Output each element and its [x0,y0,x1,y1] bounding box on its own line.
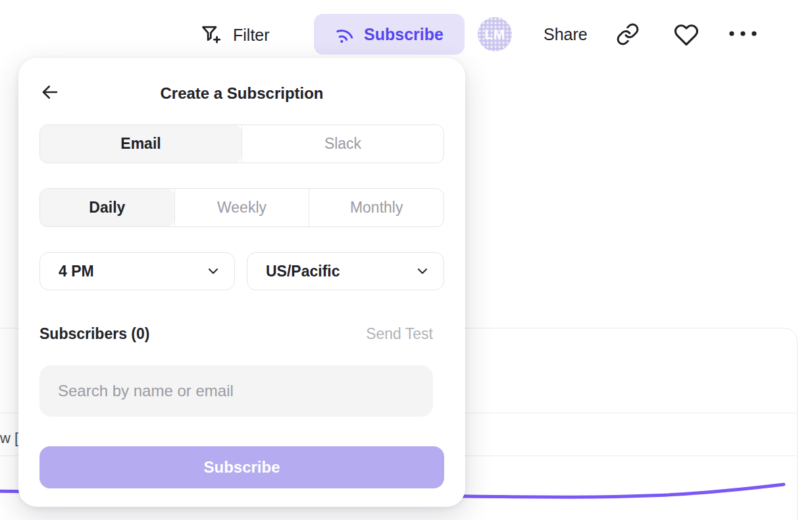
avatar-initials: LM [484,26,505,42]
copy-link-button[interactable] [616,22,640,46]
send-test-button[interactable]: Send Test [366,325,433,343]
user-avatar[interactable]: LM [478,17,512,51]
timezone-select[interactable]: US/Pacific [247,252,444,290]
share-button[interactable]: Share [544,22,588,47]
create-subscription-modal: Create a Subscription Email Slack Daily … [18,58,465,507]
filter-label: Filter [233,26,270,45]
more-options-button[interactable] [728,30,758,37]
clipped-background-label: w [ [0,430,18,447]
filter-plus-icon [199,23,223,47]
time-select[interactable]: 4 PM [39,252,235,290]
tab-slack[interactable]: Slack [241,125,444,163]
tab-daily[interactable]: Daily [40,189,174,226]
chevron-down-icon [208,268,218,274]
subscribers-row: Subscribers (0) Send Test [39,324,433,344]
frequency-tabs: Daily Weekly Monthly [39,188,444,227]
subscriber-search-input[interactable] [39,365,433,417]
time-select-value: 4 PM [59,263,94,280]
heart-icon [674,22,699,47]
subscribe-toolbar-button[interactable]: Subscribe [314,14,465,55]
filter-button[interactable]: Filter [199,20,270,50]
subscribers-count-label: Subscribers (0) [39,325,149,343]
modal-title: Create a Subscription [18,84,465,103]
subscribe-submit-button[interactable]: Subscribe [39,446,444,488]
link-icon [616,22,640,46]
favorite-button[interactable] [674,22,699,47]
subscribe-label: Subscribe [364,25,444,44]
rss-icon [332,21,358,47]
tab-weekly[interactable]: Weekly [174,189,309,226]
tab-email[interactable]: Email [40,125,241,163]
channel-tabs: Email Slack [39,124,444,163]
share-label: Share [544,25,588,44]
timezone-select-value: US/Pacific [266,263,340,280]
ellipsis-icon [728,30,758,37]
tab-monthly[interactable]: Monthly [309,189,444,226]
chevron-down-icon [417,268,428,274]
